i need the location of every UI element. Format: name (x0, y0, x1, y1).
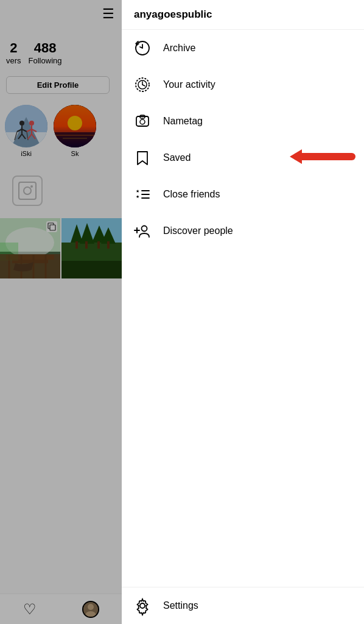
saved-icon (134, 149, 151, 166)
svg-point-60 (140, 119, 145, 124)
overlay-backdrop[interactable] (0, 0, 122, 624)
nametag-label: Nametag (163, 116, 203, 127)
close-friends-label: Close friends (163, 189, 220, 200)
menu-username: anyagoespublic (134, 9, 212, 21)
menu-item-nametag[interactable]: Nametag (122, 103, 364, 140)
archive-icon (134, 40, 151, 57)
menu-item-settings[interactable]: Settings (122, 587, 364, 624)
svg-point-71 (140, 603, 145, 608)
saved-label: Saved (163, 152, 191, 163)
menu-item-close-friends[interactable]: ★ ★ Close friends (122, 176, 364, 213)
menu-item-your-activity[interactable]: Your activity (122, 66, 364, 103)
svg-line-57 (142, 85, 145, 86)
discover-people-label: Discover people (163, 225, 233, 236)
dropdown-menu: anyagoespublic Archive Yo (122, 0, 364, 624)
discover-icon (134, 222, 151, 239)
close-friends-icon: ★ ★ (134, 186, 151, 203)
svg-text:★: ★ (136, 189, 139, 193)
menu-spacer (122, 249, 364, 587)
menu-item-archive[interactable]: Archive (122, 30, 364, 66)
svg-point-68 (142, 226, 147, 232)
settings-label: Settings (163, 600, 198, 611)
settings-icon (134, 597, 151, 614)
menu-item-discover-people[interactable]: Discover people (122, 213, 364, 249)
archive-label: Archive (163, 43, 195, 54)
activity-icon (134, 76, 151, 93)
svg-marker-62 (290, 149, 302, 164)
svg-text:★: ★ (136, 194, 139, 199)
arrow-indicator (285, 146, 358, 170)
menu-header: anyagoespublic (122, 0, 364, 30)
activity-label: Your activity (163, 79, 215, 90)
nametag-icon (134, 113, 151, 130)
menu-item-saved[interactable]: Saved (122, 140, 364, 176)
